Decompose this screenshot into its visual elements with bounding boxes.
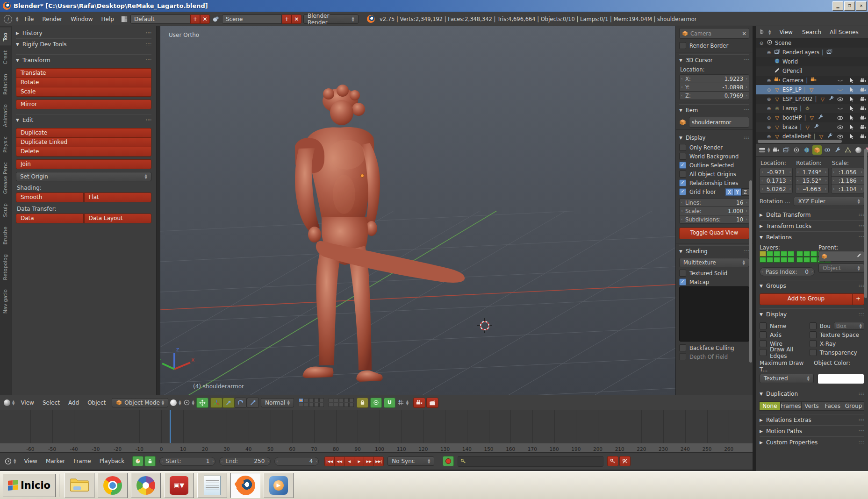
outliner-row-world[interactable]: World: [756, 57, 868, 66]
np-outline-selected-checkbox[interactable]: ✓: [679, 162, 686, 169]
jump-next-keyframe-button[interactable]: ▶▶: [364, 456, 374, 466]
taskbar-app-blender[interactable]: [230, 473, 260, 498]
info-menu-render[interactable]: Render: [38, 16, 66, 22]
visibility-eye-closed-icon[interactable]: [837, 78, 843, 84]
view3d-menu-add[interactable]: Add: [64, 399, 83, 406]
grid-floor-axis-z[interactable]: Z: [741, 188, 749, 196]
delete-layout-button[interactable]: ✕: [200, 14, 210, 24]
section-groups[interactable]: ▼Groups∷∷: [760, 280, 864, 291]
header-layer-cell[interactable]: [304, 398, 308, 402]
taskbar-app-chrome[interactable]: [98, 473, 128, 498]
outliner-scrollbar[interactable]: [758, 140, 842, 143]
header-layers-grid-right[interactable]: [329, 398, 354, 407]
header-layer-cell[interactable]: [339, 398, 344, 402]
duplication-faces[interactable]: Faces: [822, 401, 843, 411]
disp-texture-space-row[interactable]: Texture Space: [810, 330, 864, 339]
properties-editor-select[interactable]: ▲▼: [759, 147, 770, 154]
expand-icon[interactable]: ⊕: [766, 134, 772, 139]
layer-cell[interactable]: [788, 257, 794, 263]
properties-tab-world[interactable]: [802, 145, 811, 155]
panel-display[interactable]: ▼Display∷∷: [679, 132, 749, 143]
selectability-arrow-icon[interactable]: [849, 134, 854, 140]
np-only-render-row[interactable]: Only Render: [679, 143, 749, 152]
location-x-field[interactable]: ‹-0.971›: [760, 168, 793, 177]
properties-scrollbar[interactable]: [864, 149, 867, 298]
grid-floor-row[interactable]: ✓ Grid Floor XYZ: [679, 187, 749, 196]
add-to-group-button[interactable]: Add to Group: [760, 293, 853, 305]
renderability-camera-icon[interactable]: [860, 134, 866, 140]
properties-tab-render-layers[interactable]: [782, 145, 791, 155]
timeline-menu-playback[interactable]: Playback: [95, 458, 129, 464]
outliner-row-esp-lp-002[interactable]: ⊕▽ESP_LP.002|▽: [756, 94, 868, 104]
minimize-button[interactable]: ▁: [832, 1, 843, 11]
disp-axis-checkbox[interactable]: [760, 331, 767, 338]
disp-x-ray-checkbox[interactable]: [810, 340, 817, 347]
header-layer-cell[interactable]: [319, 403, 324, 407]
expand-icon[interactable]: ⊕: [766, 115, 772, 121]
renderability-camera-icon[interactable]: [860, 106, 866, 112]
manipulator-translate-icon[interactable]: [222, 398, 235, 408]
header-layer-cell[interactable]: [329, 403, 333, 407]
cursor-x-field[interactable]: ‹X:1.9223›: [679, 74, 749, 83]
layer-cell[interactable]: [796, 257, 803, 263]
outliner-row-lamp[interactable]: ⊕☼Lamp|☼: [756, 104, 868, 113]
shelf-tab-sculp[interactable]: Sculp: [0, 199, 11, 221]
np-world-background-checkbox[interactable]: [679, 153, 686, 160]
header-layer-cell[interactable]: [334, 398, 338, 402]
insert-keyframe-button[interactable]: [607, 456, 618, 466]
layers-grid-left[interactable]: [760, 251, 794, 263]
rotation-y-field[interactable]: ‹15.52°›: [795, 176, 828, 185]
lock-frame-icon[interactable]: [144, 456, 156, 466]
section-transform-locks[interactable]: ▶Transform Locks∷∷: [760, 220, 864, 231]
taskbar-app-picasa[interactable]: [131, 473, 161, 498]
selectability-arrow-icon[interactable]: [849, 124, 854, 130]
outliner-row-boothp[interactable]: ⊕▽bootHP|▽: [756, 113, 868, 122]
maximize-button[interactable]: ❒: [844, 1, 855, 11]
layer-cell[interactable]: [788, 251, 794, 257]
duplication-frames[interactable]: Frames: [780, 401, 802, 411]
grid-floor-axis-y[interactable]: Y: [733, 188, 741, 196]
header-layers-grid-left[interactable]: [299, 398, 324, 407]
manipulator-toggle[interactable]: [196, 398, 208, 408]
expand-icon[interactable]: ⊕: [766, 87, 772, 93]
scene-icon[interactable]: [212, 15, 220, 23]
cursor-y-field[interactable]: ‹Y:-1.0898›: [679, 83, 749, 92]
disp-transparency-row[interactable]: Transparency: [810, 348, 864, 357]
jump-to-start-button[interactable]: |◀◀: [324, 456, 335, 466]
duplication-none[interactable]: None: [759, 401, 781, 411]
panel-item[interactable]: ▼Item∷∷: [679, 104, 749, 115]
title-bar[interactable]: Blender* [C:\Users\Rafa\Desktop\ReMake_L…: [0, 0, 868, 12]
play-reverse-button[interactable]: ◀: [344, 456, 354, 466]
render-border-row[interactable]: Render Border: [679, 41, 749, 50]
character-model[interactable]: [295, 85, 465, 382]
layer-cell[interactable]: [781, 251, 787, 257]
outliner-row-gpencil[interactable]: GPencil: [756, 66, 868, 76]
header-layer-cell[interactable]: [334, 403, 338, 407]
timeline-menu-view[interactable]: View: [20, 458, 41, 464]
header-layer-cell[interactable]: [304, 403, 308, 407]
shelf-tab-navigatio[interactable]: Navigatio: [0, 285, 11, 318]
renderability-camera-icon[interactable]: [860, 96, 866, 102]
panel-shading[interactable]: ▼Shading∷∷: [679, 245, 749, 257]
cursor-z-field[interactable]: ‹Z:0.7969›: [679, 91, 749, 100]
section-relations-extras[interactable]: ▶Relations Extras∷∷: [760, 414, 864, 425]
selectability-arrow-icon[interactable]: [849, 87, 854, 93]
frame-end-field[interactable]: ‹End:250›: [219, 457, 271, 466]
shelf-tab-relation[interactable]: Relation: [0, 70, 11, 99]
visibility-eye-closed-icon[interactable]: [837, 106, 843, 112]
renderability-camera-icon[interactable]: [860, 124, 866, 130]
disp-x-ray-row[interactable]: X-Ray: [810, 339, 864, 348]
np-textured-solid-checkbox[interactable]: [679, 270, 686, 277]
duplicate-linked-button[interactable]: Duplicate Linked: [16, 137, 151, 147]
renderability-camera-icon[interactable]: [860, 78, 866, 84]
layer-cell[interactable]: [803, 257, 810, 263]
mirror-button[interactable]: Mirror: [16, 100, 151, 109]
snap-toggle-icon[interactable]: [384, 398, 395, 408]
close-button[interactable]: ✕: [856, 1, 867, 11]
info-menu-help[interactable]: Help: [97, 16, 118, 22]
duplication-verts[interactable]: Verts: [801, 401, 823, 411]
screen-layout-field[interactable]: Default: [130, 14, 190, 24]
properties-tab-data[interactable]: [843, 145, 853, 155]
panel-edit[interactable]: ▼Edit∷∷: [16, 114, 151, 125]
outliner-scenes-select[interactable]: All Scenes: [830, 29, 859, 36]
